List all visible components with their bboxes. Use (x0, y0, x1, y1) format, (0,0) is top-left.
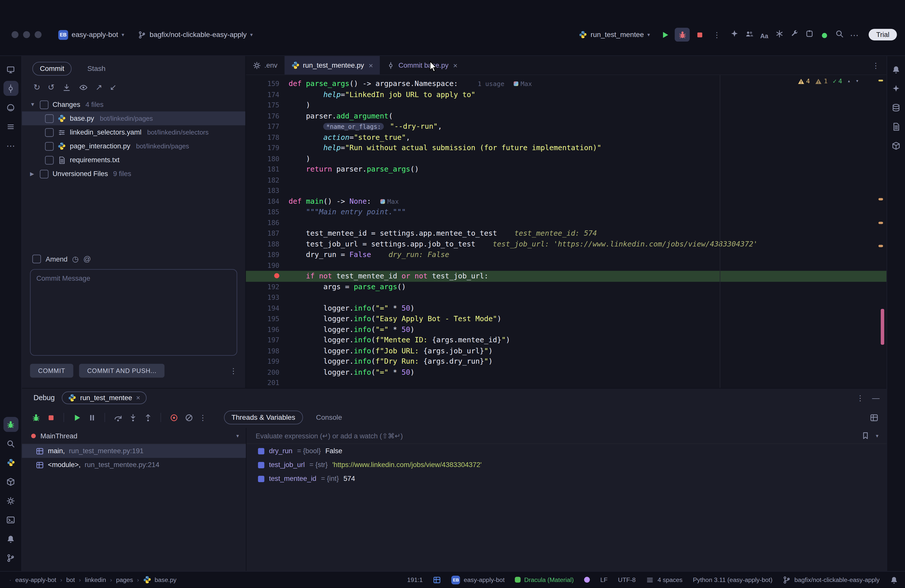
line-number-gutter[interactable]: 159 (246, 78, 289, 89)
changes-checkbox[interactable] (40, 100, 48, 109)
breadcrumb-item[interactable]: linkedin (85, 576, 106, 583)
tools-icon[interactable] (787, 27, 802, 40)
debug-button[interactable] (675, 28, 690, 41)
snowflake-icon[interactable] (772, 27, 787, 40)
expand-all-icon[interactable]: ↗ (95, 83, 102, 91)
file-checkbox[interactable] (45, 142, 54, 150)
editor-tab-run_test_mentee.py[interactable]: run_test_mentee.py× (284, 56, 380, 75)
changed-file-row[interactable]: page_interaction.pybot/linkedin/pages (22, 139, 245, 153)
code-text[interactable] (289, 378, 887, 388)
line-number-gutter[interactable]: 195 (246, 314, 289, 324)
code-line-195[interactable]: 195 logger.info("Easy Apply Bot - Test M… (246, 314, 886, 324)
code-line-183[interactable]: 183 (246, 185, 886, 196)
code-text[interactable]: ) (289, 100, 887, 110)
line-number-gutter[interactable]: 198 (246, 346, 289, 356)
expand-caret-icon[interactable]: ▶ (30, 171, 36, 177)
step-over-icon[interactable] (113, 413, 122, 422)
close-window-button[interactable] (11, 31, 19, 38)
code-line-180[interactable]: 180 ) (246, 153, 886, 164)
code-line-159[interactable]: 159def parse_args() -> argparse.Namespac… (246, 78, 886, 89)
code-text[interactable]: parser.add_argument( (289, 111, 887, 121)
line-number-gutter[interactable]: 187 (246, 228, 289, 239)
collapse-caret-icon[interactable]: ▼ (30, 102, 36, 107)
settings-tool[interactable] (3, 493, 18, 508)
code-line-201[interactable]: 201 (246, 378, 886, 388)
line-number-gutter[interactable]: 182 (246, 175, 289, 185)
minimize-window-button[interactable] (23, 31, 30, 38)
branch-selector[interactable]: bagfix/not-clickable-easy-apply ▾ (133, 28, 258, 41)
stack-frame[interactable]: main,run_test_mentee.py:191 (22, 444, 246, 458)
close-icon[interactable]: × (453, 61, 457, 70)
python-packages-tool[interactable] (3, 455, 18, 470)
code-line-186[interactable]: 186 (246, 217, 886, 228)
code-text[interactable]: test_mentee_id = settings.app.mentee_to_… (289, 228, 887, 239)
evaluate-expression-input[interactable]: Evaluate expression (↵) or add a watch (… (246, 428, 886, 444)
editor-tab-Commit base.py[interactable]: Commit base.py× (380, 56, 465, 75)
line-number-gutter[interactable]: 180 (246, 153, 289, 164)
code-text[interactable]: logger.info("=" * 50) (289, 367, 887, 378)
variable-row[interactable]: dry_run= {bool}False (246, 444, 886, 458)
line-number-gutter[interactable]: 193 (246, 292, 289, 303)
notifications-tool[interactable] (889, 62, 904, 77)
code-line-177[interactable]: 177 *name_or_flags: "--dry-run", (246, 121, 886, 132)
close-icon[interactable]: × (369, 61, 373, 70)
grid-icon[interactable] (433, 576, 441, 584)
toolbar-more-icon[interactable]: ⋮ (199, 414, 206, 421)
watch-bookmark-icon[interactable] (861, 431, 870, 440)
code-line-187[interactable]: 187 test_mentee_id = settings.app.mentee… (246, 228, 886, 239)
code-line-192[interactable]: 192 args = parse_args() (246, 281, 886, 292)
breadcrumbs[interactable]: ·easy-apply-bot›bot›linkedin›pages›base.… (9, 576, 176, 584)
code-text[interactable]: dry_run = Falsedry_run: False (289, 250, 887, 260)
code-text[interactable]: ) (289, 153, 887, 164)
resume-icon[interactable] (72, 413, 81, 422)
unversioned-checkbox[interactable] (40, 170, 48, 178)
line-number-gutter[interactable]: 192 (246, 281, 289, 292)
line-number-gutter[interactable]: 184 (246, 196, 289, 207)
commit-message-input[interactable]: Commit Message (30, 269, 237, 356)
code-text[interactable] (289, 175, 887, 185)
step-out-icon[interactable] (143, 413, 152, 422)
more-icon[interactable]: ⋯ (847, 28, 862, 41)
variable-row[interactable]: test_job_url= {str}'https://www.linkedin… (246, 458, 886, 472)
dependencies-tool[interactable] (889, 138, 904, 153)
code-text[interactable] (289, 292, 887, 303)
changed-file-row[interactable]: linkedin_selectors.yamlbot/linkedin/sele… (22, 125, 245, 139)
line-number-gutter[interactable]: 179 (246, 143, 289, 153)
theme-indicator[interactable]: Dracula (Material) (515, 576, 574, 583)
line-number-gutter[interactable]: 199 (246, 356, 289, 367)
line-number-gutter[interactable]: 174 (246, 89, 289, 100)
accent-color-dot[interactable] (584, 577, 590, 583)
plugins-icon[interactable] (802, 27, 817, 40)
breadcrumb-item[interactable]: pages (116, 576, 133, 583)
code-line-199[interactable]: 199 logger.info(f"Dry Run: {args.dry_run… (246, 356, 886, 367)
rollback-icon[interactable]: ↺ (48, 83, 54, 91)
stop-button[interactable] (692, 28, 707, 41)
collaboration-icon[interactable] (741, 27, 757, 40)
record-icon[interactable] (817, 28, 832, 42)
ai-assistant-icon[interactable] (727, 27, 742, 40)
documentation-tool[interactable] (889, 119, 904, 134)
line-number-gutter[interactable]: 189 (246, 250, 289, 260)
code-line-182[interactable]: 182 (246, 175, 886, 185)
database-tool[interactable] (889, 100, 904, 115)
project-selector[interactable]: EB easy-apply-bot ▾ (53, 27, 129, 43)
translate-icon[interactable]: Aa (757, 29, 772, 43)
line-number-gutter[interactable]: 188 (246, 239, 289, 249)
amend-checkbox[interactable] (32, 254, 41, 263)
mute-breakpoints-icon[interactable] (184, 413, 193, 422)
commit-tool[interactable] (3, 81, 18, 96)
line-number-gutter[interactable]: 201 (246, 378, 289, 388)
line-number-gutter[interactable]: 194 (246, 303, 289, 313)
services-tool[interactable] (3, 474, 18, 489)
indent-indicator[interactable]: 4 spaces (646, 576, 683, 584)
code-line-189[interactable]: 189 dry_run = Falsedry_run: False (246, 250, 886, 260)
code-text[interactable]: logger.info("Easy Apply Bot - Test Mode"… (289, 314, 887, 324)
rerun-debug-icon[interactable] (31, 413, 40, 422)
tab-options-icon[interactable]: ⋮ (872, 62, 880, 69)
notifications-icon[interactable] (890, 576, 898, 584)
statusbar-branch[interactable]: bagfix/not-clickable-easy-apply (783, 576, 880, 584)
problems-tool[interactable] (3, 531, 18, 546)
code-line-174[interactable]: 174 help="LinkedIn job URL to apply to" (246, 89, 886, 100)
line-number-gutter[interactable]: 181 (246, 164, 289, 175)
code-text[interactable]: logger.info("=" * 50) (289, 324, 887, 335)
